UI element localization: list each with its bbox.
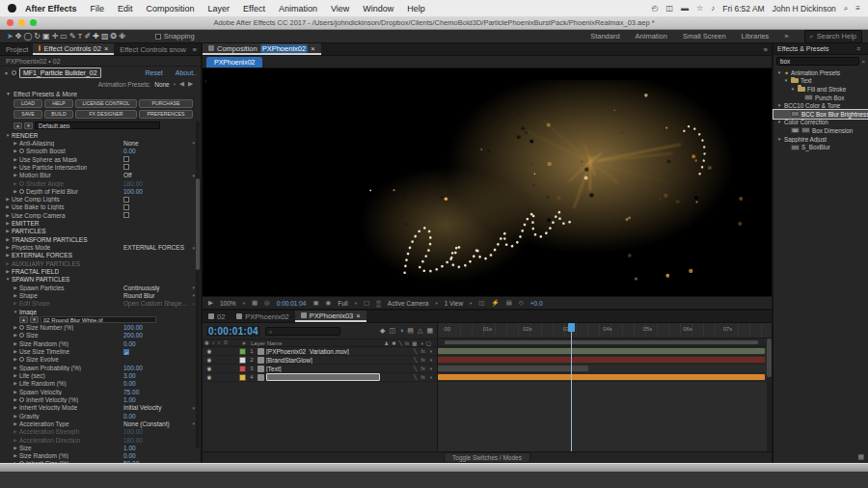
layer-label-color[interactable]	[239, 374, 246, 381]
menu-composition[interactable]: Composition	[140, 4, 202, 14]
new-preset-icon[interactable]: ▦	[857, 453, 864, 461]
twirl-icon[interactable]: ▶	[12, 333, 19, 338]
twirl-icon[interactable]: ▶	[12, 461, 19, 463]
param-checkbox[interactable]	[123, 204, 129, 210]
stopwatch-icon[interactable]	[19, 333, 24, 338]
tree-item-s-boxblur[interactable]: S_BoxBlur	[773, 143, 868, 151]
twirl-icon[interactable]: ▼	[12, 310, 19, 314]
selection-tool-icon[interactable]: ➤	[6, 32, 14, 41]
tree-item-fill-and-stroke[interactable]: ▼Fill and Stroke	[773, 85, 868, 94]
twirl-icon[interactable]: ▼	[776, 70, 782, 75]
current-time-display[interactable]: 0:00:01:04	[206, 326, 260, 337]
twirl-icon[interactable]: ▶	[4, 221, 12, 226]
menu-window[interactable]: Window	[356, 4, 400, 14]
fx-switch-icon[interactable]: fx	[420, 348, 424, 354]
viewer-timecode[interactable]: 0:00:01:04	[277, 300, 307, 307]
fx-designer-button[interactable]: FX DESIGNER	[75, 110, 137, 119]
stopwatch-icon[interactable]	[19, 397, 24, 402]
effects-search-input[interactable]	[776, 57, 859, 66]
param-value[interactable]: 100.00	[123, 428, 143, 435]
twirl-icon[interactable]: ▶	[12, 438, 19, 443]
dropdown-arrow-icon[interactable]: ▾	[192, 285, 195, 290]
resolution-value[interactable]: Full	[338, 300, 347, 307]
camera-view-value[interactable]: Active Camera	[388, 300, 429, 307]
twirl-icon[interactable]: ▼	[776, 120, 782, 124]
twirl-icon[interactable]: ▶	[12, 390, 19, 394]
stopwatch-icon[interactable]	[19, 357, 24, 362]
cti-handle[interactable]	[568, 323, 575, 332]
timeline-tab-pxphoenix03[interactable]: PXPhoenix03×	[295, 311, 366, 322]
workspace-standard[interactable]: Standard	[590, 32, 619, 41]
param-dropdown-value[interactable]: Off	[123, 172, 132, 178]
param-value[interactable]: 200.00	[123, 332, 143, 339]
motion-blur-switch-icon[interactable]: ◑	[429, 348, 432, 354]
spawn-image-name[interactable]: 02 Round Blur White.tif	[41, 316, 156, 323]
snapping-checkbox[interactable]	[155, 34, 161, 40]
next-image-button[interactable]: ▼	[30, 316, 39, 323]
roto-brush-tool-icon[interactable]: ❂	[109, 32, 118, 41]
param-value[interactable]: 180.00	[123, 437, 143, 444]
layer-bar-row[interactable]	[438, 347, 772, 356]
twirl-icon[interactable]: ▶	[12, 341, 19, 346]
twirl-icon[interactable]: ▶	[12, 366, 19, 370]
menu-effect[interactable]: Effect	[236, 4, 272, 14]
exposure-value[interactable]: +0.0	[530, 300, 543, 307]
param-value[interactable]: 3.00	[123, 372, 136, 379]
param-checkbox[interactable]	[123, 212, 129, 218]
param-dropdown-value[interactable]: Initial Velocity	[123, 404, 161, 411]
param-dropdown-value[interactable]: Round Blur	[123, 292, 155, 299]
stopwatch-icon[interactable]	[19, 461, 24, 463]
twirl-icon[interactable]: ▶	[4, 197, 12, 202]
timeline-search-input[interactable]: ⌕	[265, 327, 340, 336]
preset-prev-icon[interactable]: ◀	[179, 80, 184, 88]
twirl-icon[interactable]: ▼	[4, 133, 12, 138]
view-layout-value[interactable]: 1 View	[445, 300, 463, 307]
layer-row[interactable]: ◉1[PXPhoenix02_Variation.mov]╲fx◑	[203, 347, 437, 356]
always-preview-icon[interactable]: ▶	[208, 299, 213, 307]
notification-center-icon[interactable]: ≡	[855, 4, 860, 13]
stopwatch-icon[interactable]	[19, 181, 24, 186]
param-value[interactable]: 0.00	[123, 413, 136, 420]
param-value[interactable]: 100.00	[123, 188, 143, 195]
layer-visibility-icon[interactable]: ◉	[204, 348, 214, 354]
puppet-pin-tool-icon[interactable]: ✙	[118, 32, 126, 41]
zoom-tool-icon[interactable]: ◯	[22, 32, 33, 41]
quality-switch-icon[interactable]: ╲	[414, 374, 417, 380]
clear-search-icon[interactable]: ×	[861, 59, 865, 65]
twirl-icon[interactable]: ▶	[12, 429, 19, 434]
param-dropdown-value[interactable]: Open Custom Shape...	[123, 300, 187, 307]
grid-guides-icon[interactable]: ▦	[252, 299, 258, 307]
pixel-aspect-icon[interactable]: ◫	[478, 299, 484, 307]
param-value[interactable]: 75.00	[123, 389, 139, 395]
param-value[interactable]: 100.00	[123, 324, 143, 331]
tree-item-bcc10-color-tone[interactable]: ▼BCC10 Color & Tone	[773, 101, 868, 110]
volume-icon[interactable]: ♪	[711, 4, 715, 13]
twirl-icon[interactable]: ▶	[12, 325, 19, 330]
tree-item-sapphire-adjust[interactable]: ▼Sapphire Adjust	[773, 135, 868, 144]
preset-next-icon[interactable]: ▶	[188, 80, 193, 88]
param-value[interactable]: 100.00	[123, 365, 143, 371]
twirl-down-icon[interactable]: ▼	[6, 91, 11, 96]
layer-visibility-icon[interactable]: ◉	[204, 366, 214, 371]
menu-after-effects[interactable]: After Effects	[18, 4, 84, 14]
clone-stamp-tool-icon[interactable]: ✚	[92, 32, 100, 41]
fx-switch-icon[interactable]: fx	[420, 374, 424, 380]
param-value[interactable]: 1.00	[123, 445, 136, 451]
effect-controls-scrollbar[interactable]	[196, 121, 200, 448]
fast-preview-icon[interactable]: ⚡	[492, 299, 500, 307]
tree-item-color-correction[interactable]: ▼Color Correction	[773, 119, 868, 127]
menu-edit[interactable]: Edit	[111, 4, 140, 14]
spotlight-icon[interactable]: ⌕	[844, 4, 848, 14]
layer-visibility-icon[interactable]: ◉	[204, 374, 214, 380]
twirl-icon[interactable]: ▶	[12, 173, 19, 177]
twirl-icon[interactable]: ▶	[12, 421, 19, 426]
layer-bar-row[interactable]	[438, 365, 772, 373]
layer-row[interactable]: ◉3[Text]╲fx◑	[203, 365, 437, 373]
layer-duration-bar[interactable]	[438, 357, 765, 363]
draft-3d-icon[interactable]: ◫	[390, 327, 396, 335]
motion-blur-switch-icon[interactable]: ◑	[429, 366, 432, 371]
tree-item-animation-presets[interactable]: ▼✦Animation Presets	[773, 68, 868, 77]
dropdown-arrow-icon[interactable]: ▾	[192, 292, 195, 298]
twirl-icon[interactable]: ▶	[12, 397, 19, 402]
layer-name[interactable]	[266, 373, 412, 381]
